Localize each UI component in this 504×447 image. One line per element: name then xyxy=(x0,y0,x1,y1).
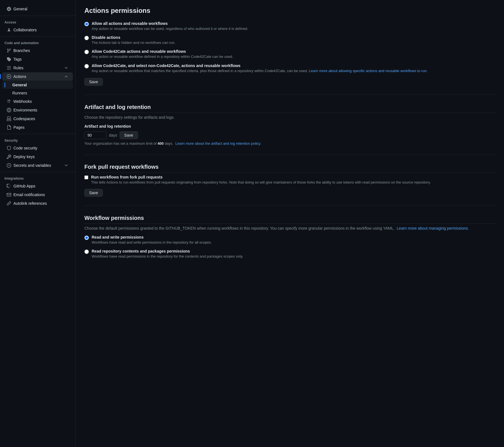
workflow-section-title: Workflow permissions xyxy=(84,215,495,224)
radio-label-disable[interactable]: Disable actions The Actions tab is hidde… xyxy=(92,35,175,45)
chevron-up-icon xyxy=(64,74,68,79)
radio-desc-read-write: Workflows have read and write permission… xyxy=(92,240,212,245)
artifact-note-suffix: days. xyxy=(165,141,173,146)
artifact-save-button[interactable]: Save xyxy=(120,131,138,139)
actions-icon xyxy=(7,74,11,79)
page-title: Actions permissions xyxy=(84,7,495,15)
radio-main-read-only: Read repository contents and packages pe… xyxy=(92,249,243,253)
artifact-section-title: Artifact and log retention xyxy=(84,104,495,113)
sidebar-item-github-apps[interactable]: GitHub Apps xyxy=(2,182,73,190)
radio-label-allow-all[interactable]: Allow all actions and reusable workflows… xyxy=(92,21,248,31)
workflow-permissions-radio-group: Read and write permissions Workflows hav… xyxy=(84,235,495,259)
sidebar-item-actions[interactable]: Actions xyxy=(2,72,73,81)
radio-allow-all[interactable] xyxy=(84,22,89,26)
radio-item-allow-all: Allow all actions and reusable workflows… xyxy=(84,21,495,31)
radio-read-only[interactable] xyxy=(84,249,89,254)
sidebar-item-email-notifications[interactable]: Email notifications xyxy=(2,191,73,199)
sidebar-item-deploy-keys[interactable]: Deploy keys xyxy=(2,153,73,161)
pages-icon xyxy=(7,125,11,130)
sidebar-item-collaborators[interactable]: Collaborators xyxy=(2,26,73,34)
env-icon xyxy=(7,108,11,112)
codespaces-label: Codespaces xyxy=(13,116,35,121)
chevron-down-icon-2 xyxy=(64,163,68,168)
radio-item-disable: Disable actions The Actions tab is hidde… xyxy=(84,35,495,45)
autolink-icon xyxy=(7,201,11,206)
actions-label: Actions xyxy=(13,74,26,79)
sidebar-item-general[interactable]: General xyxy=(2,4,73,13)
artifact-note-prefix: Your organization has set a maximum limi… xyxy=(84,141,158,146)
radio-main-allow-all: Allow all actions and reusable workflows xyxy=(92,21,248,26)
radio-item-read-only: Read repository contents and packages pe… xyxy=(84,249,495,259)
sidebar-item-environments[interactable]: Environments xyxy=(2,106,73,114)
radio-allow-org[interactable] xyxy=(84,50,89,54)
code-security-label: Code security xyxy=(13,146,37,150)
sidebar-item-autolink[interactable]: Autolink references xyxy=(2,199,73,208)
sidebar-divider-4 xyxy=(0,172,75,172)
section-divider-3 xyxy=(84,206,495,206)
sidebar-item-code-security[interactable]: Code security xyxy=(2,144,73,152)
sidebar-item-webhooks[interactable]: Webhooks xyxy=(2,97,73,106)
artifact-learn-more-link[interactable]: Learn more about the artifact and log re… xyxy=(175,141,261,146)
sidebar-section-code: Code and automation xyxy=(0,39,75,46)
section-divider-1 xyxy=(84,95,495,95)
sidebar-sub-item-actions-general[interactable]: General xyxy=(2,81,73,89)
secrets-icon xyxy=(7,163,11,168)
workflow-section-desc: Choose the default permissions granted t… xyxy=(84,226,495,230)
sidebar-item-branches[interactable]: Branches xyxy=(2,46,73,55)
radio-desc-allow-select: Any action or reusable workflow that mat… xyxy=(92,68,427,73)
sidebar-item-rules[interactable]: Rules xyxy=(2,64,73,72)
autolink-label: Autolink references xyxy=(13,201,47,206)
artifact-section: Artifact and log retention Choose the re… xyxy=(84,104,495,146)
email-icon xyxy=(7,192,11,197)
fork-checkbox[interactable] xyxy=(84,175,88,179)
tag-icon xyxy=(7,57,11,61)
artifact-note-value: 400 xyxy=(158,141,164,146)
rules-icon xyxy=(7,66,11,70)
radio-main-allow-select: Allow Code42Cate, and select non-Code42C… xyxy=(92,63,427,68)
sidebar-item-tags[interactable]: Tags xyxy=(2,55,73,63)
fork-checkbox-item: Run workflows from fork pull requests Th… xyxy=(84,175,495,185)
radio-allow-select[interactable] xyxy=(84,64,89,68)
sidebar: General Access Collaborators Code and au… xyxy=(0,0,75,447)
artifact-days-label: days xyxy=(109,133,117,137)
fork-section: Fork pull request workflows Run workflow… xyxy=(84,164,495,197)
sidebar-divider-2 xyxy=(0,36,75,37)
workflow-desc-text: Choose the default permissions granted t… xyxy=(84,226,394,230)
collaborators-label: Collaborators xyxy=(13,28,37,32)
shield-icon xyxy=(7,146,11,150)
permissions-save-button[interactable]: Save xyxy=(84,78,103,86)
sidebar-sub-item-runners[interactable]: Runners xyxy=(2,89,73,97)
webhooks-label: Webhooks xyxy=(13,99,32,104)
environments-label: Environments xyxy=(13,108,37,112)
sidebar-item-secrets[interactable]: Secrets and variables xyxy=(2,161,73,170)
radio-label-allow-select[interactable]: Allow Code42Cate, and select non-Code42C… xyxy=(92,63,427,73)
branch-icon xyxy=(7,48,11,53)
workflow-section: Workflow permissions Choose the default … xyxy=(84,215,495,259)
radio-label-allow-org[interactable]: Allow Code42Cate actions and reusable wo… xyxy=(92,49,233,59)
gear-icon xyxy=(7,7,11,11)
fork-section-title: Fork pull request workflows xyxy=(84,164,495,173)
radio-main-disable: Disable actions xyxy=(92,35,175,40)
main-content: Actions permissions Allow all actions an… xyxy=(75,0,504,447)
artifact-days-input[interactable] xyxy=(84,131,107,139)
radio-disable[interactable] xyxy=(84,36,89,40)
fork-checkbox-desc: This tells Actions to run workflows from… xyxy=(91,180,431,185)
sidebar-section-integrations: Integrations xyxy=(0,174,75,182)
radio-read-write[interactable] xyxy=(84,236,89,240)
codespaces-icon xyxy=(7,116,11,121)
fork-save-button[interactable]: Save xyxy=(84,189,103,197)
sidebar-item-codespaces[interactable]: Codespaces xyxy=(2,115,73,123)
radio-main-read-write: Read and write permissions xyxy=(92,235,212,239)
radio-label-read-only[interactable]: Read repository contents and packages pe… xyxy=(92,249,243,259)
learn-more-link-1[interactable]: Learn more about allowing specific actio… xyxy=(309,69,428,73)
radio-label-read-write[interactable]: Read and write permissions Workflows hav… xyxy=(92,235,212,245)
person-icon xyxy=(7,28,11,32)
sidebar-divider xyxy=(0,16,75,16)
sidebar-divider-3 xyxy=(0,134,75,134)
workflow-learn-more-link[interactable]: Learn more about managing permissions. xyxy=(397,226,469,230)
fork-checkbox-label[interactable]: Run workflows from fork pull requests Th… xyxy=(91,175,431,185)
section-divider-2 xyxy=(84,154,495,155)
sidebar-item-pages[interactable]: Pages xyxy=(2,123,73,132)
rules-label: Rules xyxy=(13,66,23,70)
radio-desc-allow-all: Any action or reusable workflow can be u… xyxy=(92,26,248,31)
